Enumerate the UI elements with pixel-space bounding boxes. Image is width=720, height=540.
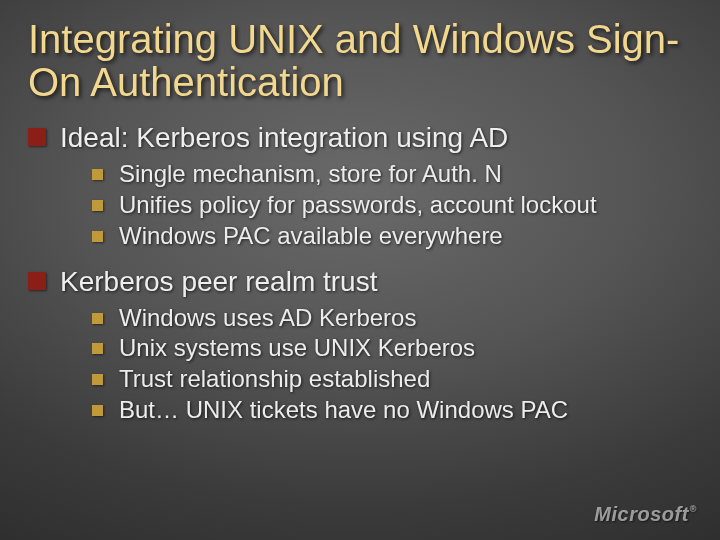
square-bullet-icon <box>92 169 103 180</box>
list-item-text: Unix systems use UNIX Kerberos <box>119 333 475 364</box>
square-bullet-icon <box>92 313 103 324</box>
section-heading: Kerberos peer realm trust <box>60 264 377 299</box>
square-bullet-icon <box>92 343 103 354</box>
list-item-text: Windows uses AD Kerberos <box>119 303 416 334</box>
list-item-text: Trust relationship established <box>119 364 430 395</box>
list-item: But… UNIX tickets have no Windows PAC <box>92 395 692 426</box>
content-list: Ideal: Kerberos integration using AD Sin… <box>28 120 692 425</box>
list-item: Windows PAC available everywhere <box>92 221 692 252</box>
section-1: Kerberos peer realm trust Windows uses A… <box>28 264 692 426</box>
brand-logo: Microsoft® <box>594 503 696 526</box>
square-bullet-icon <box>92 231 103 242</box>
list-item-text: Single mechanism, store for Auth. N <box>119 159 502 190</box>
registered-icon: ® <box>690 504 697 514</box>
list-item: Unifies policy for passwords, account lo… <box>92 190 692 221</box>
square-bullet-icon <box>92 374 103 385</box>
brand-text: Microsoft <box>594 503 689 525</box>
section-heading: Ideal: Kerberos integration using AD <box>60 120 508 155</box>
slide: Integrating UNIX and Windows Sign-On Aut… <box>0 0 720 540</box>
list-item-text: But… UNIX tickets have no Windows PAC <box>119 395 568 426</box>
section-0-items: Single mechanism, store for Auth. N Unif… <box>92 159 692 251</box>
list-item: Single mechanism, store for Auth. N <box>92 159 692 190</box>
list-item: Unix systems use UNIX Kerberos <box>92 333 692 364</box>
list-item-text: Unifies policy for passwords, account lo… <box>119 190 597 221</box>
list-item: Windows uses AD Kerberos <box>92 303 692 334</box>
square-bullet-icon <box>28 128 46 146</box>
list-item: Trust relationship established <box>92 364 692 395</box>
square-bullet-icon <box>28 272 46 290</box>
list-item-text: Windows PAC available everywhere <box>119 221 503 252</box>
slide-title: Integrating UNIX and Windows Sign-On Aut… <box>28 18 692 104</box>
section-0: Ideal: Kerberos integration using AD Sin… <box>28 120 692 251</box>
square-bullet-icon <box>92 200 103 211</box>
section-1-items: Windows uses AD Kerberos Unix systems us… <box>92 303 692 426</box>
square-bullet-icon <box>92 405 103 416</box>
